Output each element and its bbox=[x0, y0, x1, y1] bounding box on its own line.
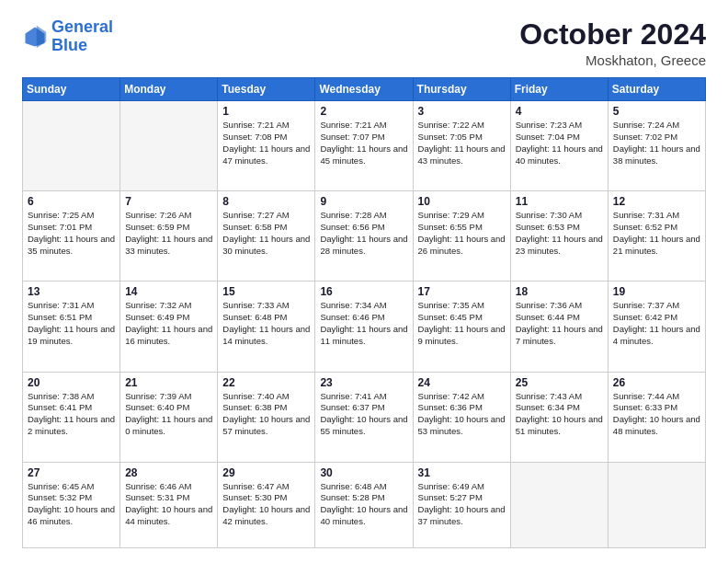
sunrise-text: Sunrise: 7:33 AM bbox=[222, 300, 289, 310]
cell-info: Sunrise: 7:31 AMSunset: 6:52 PMDaylight:… bbox=[613, 210, 700, 257]
cell-info: Sunrise: 7:38 AMSunset: 6:41 PMDaylight:… bbox=[28, 391, 115, 438]
sunrise-text: Sunrise: 7:31 AM bbox=[28, 300, 94, 310]
day-number: 29 bbox=[222, 466, 310, 479]
day-number: 7 bbox=[125, 195, 212, 208]
daylight-text: Daylight: 11 hours and 33 minutes. bbox=[125, 234, 212, 256]
sunrise-text: Sunrise: 7:42 AM bbox=[418, 391, 484, 401]
cell-info: Sunrise: 7:26 AMSunset: 6:59 PMDaylight:… bbox=[125, 210, 212, 257]
sunset-text: Sunset: 7:02 PM bbox=[613, 132, 677, 142]
cell-info: Sunrise: 7:25 AMSunset: 7:01 PMDaylight:… bbox=[28, 210, 115, 257]
cell-info: Sunrise: 7:35 AMSunset: 6:45 PMDaylight:… bbox=[418, 300, 506, 347]
sunrise-text: Sunrise: 7:24 AM bbox=[613, 120, 679, 130]
logo-blue: Blue bbox=[51, 36, 87, 54]
daylight-text: Daylight: 10 hours and 40 minutes. bbox=[320, 504, 407, 526]
cell-info: Sunrise: 7:36 AMSunset: 6:44 PMDaylight:… bbox=[516, 300, 603, 347]
daylight-text: Daylight: 10 hours and 44 minutes. bbox=[125, 504, 212, 526]
calendar-cell: 4Sunrise: 7:23 AMSunset: 7:04 PMDaylight… bbox=[510, 101, 608, 191]
calendar-week-4: 20Sunrise: 7:38 AMSunset: 6:41 PMDayligh… bbox=[23, 372, 706, 462]
calendar-cell: 23Sunrise: 7:41 AMSunset: 6:37 PMDayligh… bbox=[315, 372, 413, 462]
sunset-text: Sunset: 6:58 PM bbox=[222, 222, 287, 232]
cell-info: Sunrise: 7:44 AMSunset: 6:33 PMDaylight:… bbox=[613, 391, 700, 438]
calendar-cell: 28Sunrise: 6:46 AMSunset: 5:31 PMDayligh… bbox=[120, 462, 218, 547]
weekday-header-friday: Friday bbox=[510, 78, 608, 101]
day-number: 17 bbox=[418, 285, 506, 298]
calendar-cell: 22Sunrise: 7:40 AMSunset: 6:38 PMDayligh… bbox=[218, 372, 315, 462]
calendar-cell bbox=[608, 462, 705, 547]
sunrise-text: Sunrise: 7:34 AM bbox=[320, 300, 386, 310]
calendar-cell: 29Sunrise: 6:47 AMSunset: 5:30 PMDayligh… bbox=[218, 462, 315, 547]
daylight-text: Daylight: 11 hours and 26 minutes. bbox=[418, 234, 506, 256]
sunrise-text: Sunrise: 7:23 AM bbox=[516, 120, 582, 130]
sunset-text: Sunset: 5:31 PM bbox=[125, 492, 189, 502]
day-number: 25 bbox=[516, 376, 603, 389]
sunset-text: Sunset: 6:33 PM bbox=[613, 402, 677, 412]
cell-info: Sunrise: 7:39 AMSunset: 6:40 PMDaylight:… bbox=[125, 391, 212, 438]
sunrise-text: Sunrise: 7:44 AM bbox=[613, 391, 679, 401]
cell-info: Sunrise: 7:37 AMSunset: 6:42 PMDaylight:… bbox=[613, 300, 700, 347]
sunrise-text: Sunrise: 7:27 AM bbox=[222, 210, 289, 220]
cell-info: Sunrise: 7:29 AMSunset: 6:55 PMDaylight:… bbox=[418, 210, 506, 257]
daylight-text: Daylight: 11 hours and 45 minutes. bbox=[320, 144, 407, 166]
sunset-text: Sunset: 6:40 PM bbox=[125, 402, 189, 412]
calendar-cell: 7Sunrise: 7:26 AMSunset: 6:59 PMDaylight… bbox=[120, 191, 218, 282]
calendar-cell: 15Sunrise: 7:33 AMSunset: 6:48 PMDayligh… bbox=[218, 282, 315, 372]
daylight-text: Daylight: 11 hours and 21 minutes. bbox=[613, 234, 700, 256]
day-number: 27 bbox=[28, 466, 115, 479]
calendar-cell bbox=[510, 462, 608, 547]
calendar-cell: 3Sunrise: 7:22 AMSunset: 7:05 PMDaylight… bbox=[413, 101, 510, 191]
sunset-text: Sunset: 6:51 PM bbox=[28, 312, 92, 322]
calendar-week-5: 27Sunrise: 6:45 AMSunset: 5:32 PMDayligh… bbox=[23, 462, 706, 547]
daylight-text: Daylight: 11 hours and 43 minutes. bbox=[418, 144, 506, 166]
sunrise-text: Sunrise: 7:30 AM bbox=[516, 210, 582, 220]
sunset-text: Sunset: 6:37 PM bbox=[320, 402, 384, 412]
sunset-text: Sunset: 5:30 PM bbox=[222, 492, 287, 502]
daylight-text: Daylight: 10 hours and 53 minutes. bbox=[418, 414, 506, 436]
calendar-cell: 5Sunrise: 7:24 AMSunset: 7:02 PMDaylight… bbox=[608, 101, 705, 191]
day-number: 19 bbox=[613, 285, 700, 298]
calendar-cell: 13Sunrise: 7:31 AMSunset: 6:51 PMDayligh… bbox=[23, 282, 120, 372]
cell-info: Sunrise: 7:40 AMSunset: 6:38 PMDaylight:… bbox=[222, 391, 310, 438]
day-number: 4 bbox=[516, 105, 603, 118]
calendar-cell: 24Sunrise: 7:42 AMSunset: 6:36 PMDayligh… bbox=[413, 372, 510, 462]
logo-icon bbox=[22, 24, 48, 50]
cell-info: Sunrise: 7:42 AMSunset: 6:36 PMDaylight:… bbox=[418, 391, 506, 438]
weekday-header-saturday: Saturday bbox=[608, 78, 705, 101]
sunset-text: Sunset: 6:49 PM bbox=[125, 312, 189, 322]
daylight-text: Daylight: 10 hours and 57 minutes. bbox=[222, 414, 310, 436]
sunrise-text: Sunrise: 7:31 AM bbox=[613, 210, 679, 220]
day-number: 10 bbox=[418, 195, 506, 208]
calendar-week-3: 13Sunrise: 7:31 AMSunset: 6:51 PMDayligh… bbox=[23, 282, 706, 372]
cell-info: Sunrise: 7:32 AMSunset: 6:49 PMDaylight:… bbox=[125, 300, 212, 347]
day-number: 18 bbox=[516, 285, 603, 298]
cell-info: Sunrise: 7:21 AMSunset: 7:07 PMDaylight:… bbox=[320, 120, 407, 167]
daylight-text: Daylight: 10 hours and 48 minutes. bbox=[613, 414, 700, 436]
cell-info: Sunrise: 7:31 AMSunset: 6:51 PMDaylight:… bbox=[28, 300, 115, 347]
cell-info: Sunrise: 7:21 AMSunset: 7:08 PMDaylight:… bbox=[222, 120, 310, 167]
sunset-text: Sunset: 5:32 PM bbox=[28, 492, 92, 502]
calendar-cell: 26Sunrise: 7:44 AMSunset: 6:33 PMDayligh… bbox=[608, 372, 705, 462]
calendar-cell: 6Sunrise: 7:25 AMSunset: 7:01 PMDaylight… bbox=[23, 191, 120, 282]
calendar-cell bbox=[23, 101, 120, 191]
sunrise-text: Sunrise: 7:29 AM bbox=[418, 210, 484, 220]
sunset-text: Sunset: 6:53 PM bbox=[516, 222, 580, 232]
daylight-text: Daylight: 11 hours and 28 minutes. bbox=[320, 234, 407, 256]
sunset-text: Sunset: 6:44 PM bbox=[516, 312, 580, 322]
sunrise-text: Sunrise: 6:48 AM bbox=[320, 481, 386, 491]
location: Moskhaton, Greece bbox=[519, 52, 706, 68]
daylight-text: Daylight: 11 hours and 40 minutes. bbox=[516, 144, 603, 166]
calendar-week-2: 6Sunrise: 7:25 AMSunset: 7:01 PMDaylight… bbox=[23, 191, 706, 282]
sunrise-text: Sunrise: 7:21 AM bbox=[320, 120, 386, 130]
day-number: 5 bbox=[613, 105, 700, 118]
daylight-text: Daylight: 11 hours and 38 minutes. bbox=[613, 144, 700, 166]
calendar-cell: 18Sunrise: 7:36 AMSunset: 6:44 PMDayligh… bbox=[510, 282, 608, 372]
cell-info: Sunrise: 6:48 AMSunset: 5:28 PMDaylight:… bbox=[320, 481, 407, 528]
weekday-header-tuesday: Tuesday bbox=[218, 78, 315, 101]
sunset-text: Sunset: 6:59 PM bbox=[125, 222, 189, 232]
daylight-text: Daylight: 10 hours and 46 minutes. bbox=[28, 504, 115, 526]
weekday-header-monday: Monday bbox=[120, 78, 218, 101]
daylight-text: Daylight: 11 hours and 30 minutes. bbox=[222, 234, 310, 256]
sunset-text: Sunset: 6:46 PM bbox=[320, 312, 384, 322]
cell-info: Sunrise: 6:47 AMSunset: 5:30 PMDaylight:… bbox=[222, 481, 310, 528]
sunrise-text: Sunrise: 6:45 AM bbox=[28, 481, 94, 491]
calendar-cell bbox=[120, 101, 218, 191]
